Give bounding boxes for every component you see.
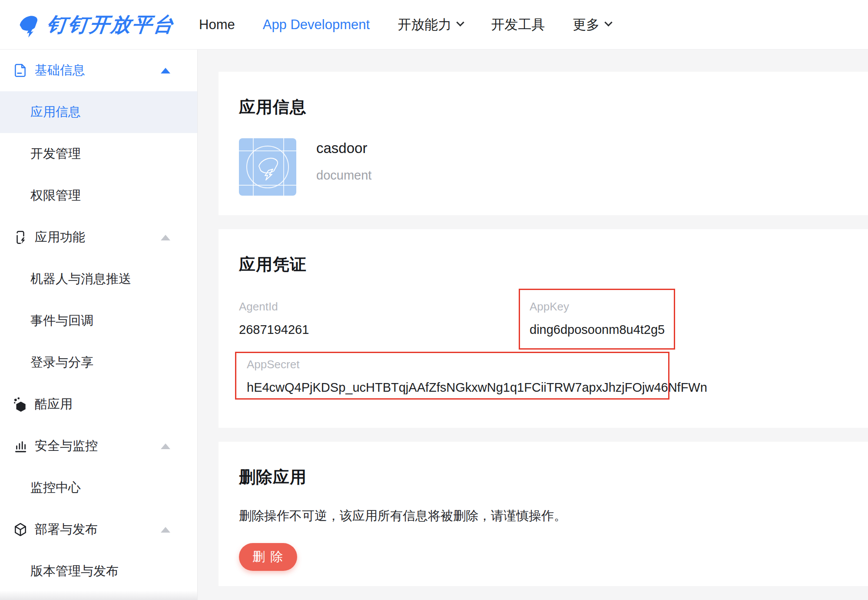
top-navbar: 钉钉开放平台 Home App Development 开放能力 开发工具 更多: [0, 0, 868, 50]
sidebar-group-cool-app[interactable]: 酷应用: [0, 383, 197, 425]
agent-id-field: AgentId 2687194261: [239, 300, 309, 337]
app-name: casdoor: [316, 140, 371, 157]
delete-app-title: 删除应用: [239, 466, 848, 488]
document-icon: [13, 63, 28, 78]
chevron-down-icon: [456, 18, 464, 26]
appsecret-highlight-box: [235, 352, 669, 400]
sidebar-item-monitoring-center[interactable]: 监控中心: [0, 467, 197, 509]
agent-id-label: AgentId: [239, 300, 309, 313]
cool-app-cube-icon: [13, 397, 28, 412]
brand-logo[interactable]: 钉钉开放平台: [15, 11, 175, 38]
sidebar-item-dev-management[interactable]: 开发管理: [0, 133, 197, 175]
nav-menu: Home App Development 开放能力 开发工具 更多: [199, 16, 639, 34]
sidebar-item-version-management-release[interactable]: 版本管理与发布: [0, 550, 197, 592]
sidebar-item-login-share[interactable]: 登录与分享: [0, 342, 197, 383]
sidebar-group-security-monitoring[interactable]: 安全与监控: [0, 425, 197, 467]
nav-item-dev-tools[interactable]: 开发工具: [491, 16, 545, 34]
sidebar: 基础信息 应用信息 开发管理 权限管理 应用功能 机器人与消息推送 事件与回调: [0, 50, 198, 600]
app-avatar: [239, 138, 296, 196]
dingtalk-wing-icon: [254, 153, 282, 181]
bar-chart-icon: [13, 439, 28, 453]
appkey-highlight-box: [519, 289, 675, 350]
collapse-up-icon[interactable]: [161, 527, 170, 533]
chevron-down-icon: [604, 18, 612, 26]
app-info-card: 应用信息 casdoor document: [219, 72, 868, 215]
nav-item-home[interactable]: Home: [199, 17, 235, 33]
nav-item-more[interactable]: 更多: [573, 16, 611, 34]
deploy-box-icon: [13, 522, 28, 537]
collapse-up-icon[interactable]: [161, 443, 170, 449]
brand-title: 钉钉开放平台: [46, 11, 176, 38]
credentials-card: 应用凭证 AgentId 2687194261 AppKey ding6dpos…: [219, 229, 868, 428]
delete-button[interactable]: 删 除: [239, 543, 297, 571]
app-info-title: 应用信息: [239, 96, 848, 118]
sidebar-group-basic-info[interactable]: 基础信息: [0, 50, 197, 91]
collapse-up-icon[interactable]: [161, 68, 170, 73]
delete-warning-text: 删除操作不可逆，该应用所有信息将被删除，请谨慎操作。: [239, 507, 848, 525]
dingtalk-open-platform-page: 钉钉开放平台 Home App Development 开放能力 开发工具 更多: [0, 0, 868, 600]
sidebar-group-app-features[interactable]: 应用功能: [0, 217, 197, 258]
delete-app-card: 删除应用 删除操作不可逆，该应用所有信息将被删除，请谨慎操作。 删 除: [219, 442, 868, 586]
phone-lightning-icon: [13, 230, 28, 245]
sidebar-item-robot-message-push[interactable]: 机器人与消息推送: [0, 258, 197, 300]
app-description: document: [316, 168, 371, 183]
sidebar-item-events-callbacks[interactable]: 事件与回调: [0, 300, 197, 342]
agent-id-value: 2687194261: [239, 323, 309, 337]
sidebar-item-app-info[interactable]: 应用信息: [0, 91, 197, 133]
nav-item-app-development[interactable]: App Development: [263, 17, 370, 33]
nav-item-open-capabilities[interactable]: 开放能力: [398, 16, 463, 34]
sidebar-item-permission-management[interactable]: 权限管理: [0, 175, 197, 217]
dingtalk-wing-icon: [15, 11, 42, 38]
collapse-up-icon[interactable]: [161, 235, 170, 240]
credentials-title: 应用凭证: [239, 253, 848, 276]
main-content: 应用信息 casdoor document 应用凭证: [198, 50, 868, 600]
sidebar-group-deploy-release[interactable]: 部署与发布: [0, 509, 197, 550]
